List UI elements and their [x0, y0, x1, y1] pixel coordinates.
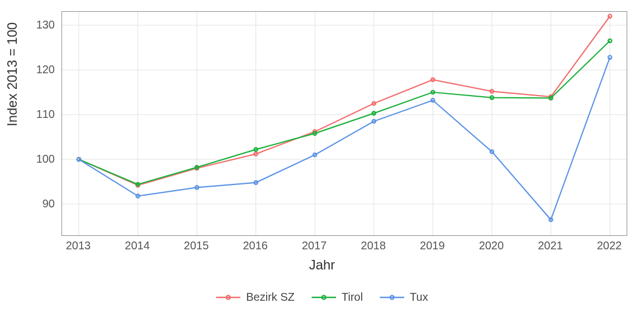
- series-line-2: [79, 58, 610, 220]
- y-axis-label: Index 2013 = 100: [4, 22, 20, 126]
- x-tick-label: 2013: [66, 239, 91, 252]
- x-tick-label: 2019: [420, 239, 445, 252]
- chart-container: Index 2013 = 100 20132014201520162017201…: [0, 0, 644, 322]
- x-tick-label: 2021: [538, 239, 563, 252]
- legend-label: Tirol: [342, 291, 363, 304]
- x-tick-label: 2014: [125, 239, 150, 252]
- legend-label: Bezirk SZ: [246, 291, 295, 304]
- legend-item-0: Bezirk SZ: [216, 291, 295, 304]
- legend-label: Tux: [410, 291, 428, 304]
- y-tick-label: 100: [36, 153, 55, 165]
- legend: Bezirk SZTirolTux: [216, 291, 428, 304]
- y-tick-label: 90: [42, 197, 55, 210]
- legend-swatch-icon: [216, 292, 240, 303]
- x-tick-label: 2016: [243, 239, 268, 252]
- series-line-1: [79, 41, 610, 184]
- legend-item-1: Tirol: [311, 291, 363, 304]
- y-tick-label: 130: [36, 18, 55, 31]
- x-tick-label: 2017: [302, 239, 327, 252]
- x-tick-label: 2018: [361, 239, 386, 252]
- y-tick-label: 120: [36, 63, 55, 76]
- legend-item-2: Tux: [380, 291, 428, 304]
- x-axis-label: Jahr: [309, 257, 335, 273]
- legend-swatch-icon: [311, 292, 336, 303]
- x-tick-label: 2015: [184, 239, 209, 252]
- y-tick-label: 110: [36, 108, 55, 121]
- series-line-0: [79, 16, 610, 185]
- legend-swatch-icon: [380, 292, 404, 303]
- x-tick-label: 2022: [597, 239, 622, 252]
- plot-area: [61, 11, 627, 236]
- plot-svg: [62, 12, 627, 235]
- x-tick-label: 2020: [479, 239, 504, 252]
